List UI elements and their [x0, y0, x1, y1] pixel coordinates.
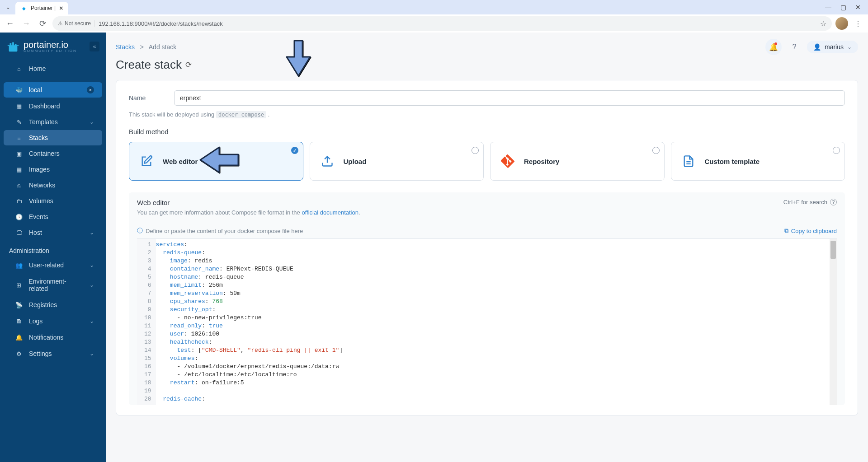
sidebar-item-notifications[interactable]: 🔔Notifications [4, 330, 102, 345]
env-icon: ⊞ [15, 282, 22, 289]
svg-rect-0 [9, 46, 18, 51]
svg-rect-2 [12, 42, 14, 46]
sidebar-item-environment-related[interactable]: ⊞Environment-related⌄ [4, 274, 102, 296]
tabs-dropdown-icon[interactable]: ⌄ [4, 3, 13, 12]
radio-selected-icon [291, 147, 298, 154]
sidebar-label: Images [29, 166, 50, 173]
bell-icon: 🔔 [15, 334, 23, 341]
editor-title: Web editor [137, 199, 360, 206]
profile-avatar-icon[interactable] [835, 17, 848, 30]
sidebar-label: Networks [29, 182, 55, 189]
sidebar-item-images[interactable]: ▤Images [4, 162, 102, 177]
build-card-upload[interactable]: Upload [310, 142, 484, 181]
sidebar-label: Environment-related [28, 278, 83, 292]
sidebar-item-dashboard[interactable]: ▦Dashboard [4, 98, 102, 114]
window-minimize-icon[interactable]: — [825, 4, 831, 11]
browser-menu-icon[interactable]: ⋮ [852, 17, 864, 30]
docs-link[interactable]: official documentation [302, 209, 359, 216]
sidebar-collapse-button[interactable]: « [90, 42, 99, 51]
page-title-text: Create stack [116, 58, 182, 72]
radio-icon [472, 147, 479, 154]
url-text: 192.168.1.18:9000/#!/2/docker/stacks/new… [99, 20, 223, 27]
edit-icon [137, 152, 156, 170]
bookmark-star-icon[interactable]: ☆ [820, 19, 826, 28]
sidebar-item-events[interactable]: 🕓Events [4, 209, 102, 224]
sidebar-item-user-related[interactable]: 👥User-related⌄ [4, 257, 102, 273]
copy-to-clipboard-button[interactable]: ⧉ Copy to clipboard [784, 227, 837, 234]
networks-icon: ⎌ [15, 182, 23, 189]
copy-icon: ⧉ [784, 227, 788, 234]
refresh-icon[interactable]: ⟳ [185, 60, 192, 70]
notif-dot-icon [774, 42, 777, 45]
notifications-button[interactable]: 🔔 [765, 39, 782, 55]
sidebar-item-settings[interactable]: ⚙Settings⌄ [4, 346, 102, 361]
editor-sub-text: . [359, 209, 360, 216]
dashboard-icon: ▦ [15, 103, 23, 110]
chevron-down-icon: ⌄ [90, 350, 94, 357]
sidebar-item-home[interactable]: ⌂ Home [4, 61, 102, 76]
breadcrumb-sep: > [137, 43, 147, 51]
browser-tab[interactable]: ◆ Portainer | × [15, 2, 68, 14]
sidebar-item-volumes[interactable]: 🗀Volumes [4, 193, 102, 209]
search-hint-text: Ctrl+F for search [783, 199, 827, 205]
sidebar-item-registries[interactable]: 📡Registries [4, 297, 102, 313]
editor-subtitle: You can get more information about Compo… [137, 209, 360, 216]
name-label: Name [129, 94, 147, 102]
sidebar-label: Settings [29, 350, 52, 357]
sidebar-item-networks[interactable]: ⎌Networks [4, 177, 102, 193]
main-content: Stacks > Add stack 🔔 ? 👤 marius ⌄ Create… [106, 33, 868, 462]
topbar: Stacks > Add stack 🔔 ? 👤 marius ⌄ [106, 33, 868, 57]
env-close-icon[interactable]: × [87, 86, 94, 93]
chevron-down-icon: ⌄ [90, 229, 94, 236]
build-card-custom-template[interactable]: Custom template [671, 142, 845, 181]
annotation-arrow-left-icon [197, 144, 242, 176]
address-bar[interactable]: ⚠ Not secure 192.168.1.18:9000/#!/2/dock… [52, 16, 832, 31]
sidebar-label: Templates [29, 118, 58, 126]
sidebar-item-logs[interactable]: 🗎Logs⌄ [4, 313, 102, 329]
browser-toolbar: ← → ⟳ ⚠ Not secure 192.168.1.18:9000/#!/… [0, 14, 868, 33]
registries-icon: 📡 [15, 302, 23, 308]
help-icon[interactable]: ? [830, 199, 837, 205]
define-hint-text: Define or paste the content of your dock… [146, 228, 303, 234]
build-method-grid: Web editor Upload Repository Custom temp… [129, 142, 845, 181]
code-editor[interactable]: 1234567891011121314151617181920 services… [137, 238, 837, 405]
breadcrumb-root[interactable]: Stacks [116, 43, 135, 51]
nav-forward-icon[interactable]: → [20, 17, 33, 30]
browser-tab-bar: ⌄ ◆ Portainer | × — ▢ ✕ [0, 0, 868, 14]
logs-icon: 🗎 [15, 318, 23, 325]
tab-close-icon[interactable]: × [59, 5, 63, 12]
sidebar-item-templates[interactable]: ✎Templates⌄ [4, 114, 102, 130]
sidebar-environment[interactable]: 🐳 local × [4, 82, 102, 98]
radio-icon [833, 147, 840, 154]
sidebar-item-host[interactable]: 🖵Host⌄ [4, 225, 102, 240]
nav-back-icon[interactable]: ← [4, 17, 16, 30]
brand-logo-icon [6, 40, 20, 53]
window-close-icon[interactable]: ✕ [855, 4, 861, 11]
user-menu[interactable]: 👤 marius ⌄ [807, 41, 858, 53]
nav-reload-icon[interactable]: ⟳ [36, 17, 49, 30]
chevron-down-icon: ⌄ [90, 282, 94, 288]
users-icon: 👥 [15, 262, 23, 269]
sidebar-item-containers[interactable]: ▣Containers [4, 146, 102, 161]
upload-icon [318, 152, 336, 170]
security-indicator[interactable]: ⚠ Not secure [58, 20, 95, 27]
editor-scrollbar[interactable] [830, 239, 837, 405]
containers-icon: ▣ [15, 150, 23, 157]
line-number-gutter: 1234567891011121314151617181920 [137, 239, 156, 405]
build-card-repository[interactable]: Repository [490, 142, 665, 181]
window-maximize-icon[interactable]: ▢ [840, 4, 846, 11]
user-icon: 👤 [813, 43, 821, 51]
sidebar-label: Stacks [29, 134, 48, 141]
hint-text: This stack will be deployed using [129, 111, 216, 118]
help-button[interactable]: ? [786, 39, 802, 55]
stack-name-input[interactable] [174, 90, 845, 106]
create-stack-card: Name This stack will be deployed using d… [116, 80, 858, 415]
sidebar-label: Containers [29, 150, 60, 157]
templates-icon: ✎ [15, 119, 23, 126]
sidebar-item-stacks[interactable]: ≡Stacks [4, 130, 102, 145]
chevron-down-icon: ⌄ [90, 262, 94, 268]
code-content[interactable]: services: redis-queue: image: redis cont… [156, 239, 837, 405]
git-icon [499, 152, 517, 170]
scrollbar-thumb[interactable] [830, 241, 836, 259]
hint-text: . [266, 111, 269, 118]
